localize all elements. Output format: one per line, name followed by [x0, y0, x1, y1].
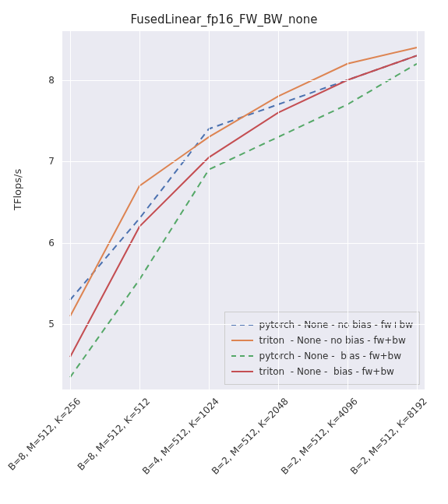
series-line: [70, 55, 417, 300]
plot-area: pytorch - None - no bias - fw+bwtriton -…: [62, 31, 425, 389]
y-tick-label: 8: [12, 75, 58, 86]
legend: pytorch - None - no bias - fw+bwtriton -…: [224, 312, 420, 385]
legend-label: triton - None - bias - fw+bw: [259, 366, 394, 377]
chart-figure: FusedLinear_fp16_FW_BW_none TFlops/s pyt…: [0, 0, 448, 504]
gridline-h: [62, 161, 425, 162]
x-tick-label: B=2, M=512, K=2048: [210, 396, 291, 477]
gridline-h: [62, 243, 425, 244]
x-tick-label: B=8, M=512, K=256: [5, 396, 83, 473]
gridline-v: [70, 31, 71, 389]
legend-swatch: [231, 340, 253, 341]
y-axis-label: TFlops/s: [12, 169, 23, 210]
y-tick-label: 6: [12, 238, 58, 248]
x-tick-label: B=2, M=512, K=4096: [279, 396, 360, 477]
legend-swatch: [231, 371, 253, 372]
series-line: [70, 48, 417, 316]
gridline-v: [417, 31, 418, 389]
y-tick-label: 5: [12, 319, 58, 330]
legend-item: triton - None - no bias - fw+bw: [231, 333, 413, 348]
chart-title: FusedLinear_fp16_FW_BW_none: [0, 12, 448, 26]
gridline-v: [139, 31, 140, 389]
legend-label: triton - None - no bias - fw+bw: [259, 335, 406, 346]
x-tick-label: B=4, M=512, K=1024: [140, 396, 221, 477]
legend-item: triton - None - bias - fw+bw: [231, 364, 413, 379]
x-tick-label: B=8, M=512, K=512: [75, 396, 152, 473]
legend-label: pytorch - None - bias - fw+bw: [259, 351, 402, 361]
legend-item: pytorch - None - bias - fw+bw: [231, 348, 413, 364]
gridline-v: [209, 31, 210, 389]
gridline-v: [347, 31, 348, 389]
legend-swatch: [231, 355, 253, 357]
gridline-v: [278, 31, 279, 389]
gridline-h: [62, 324, 425, 325]
gridline-h: [62, 80, 425, 81]
y-tick-label: 7: [12, 156, 58, 167]
x-tick-label: B=2, M=512, K=8192: [348, 396, 429, 477]
